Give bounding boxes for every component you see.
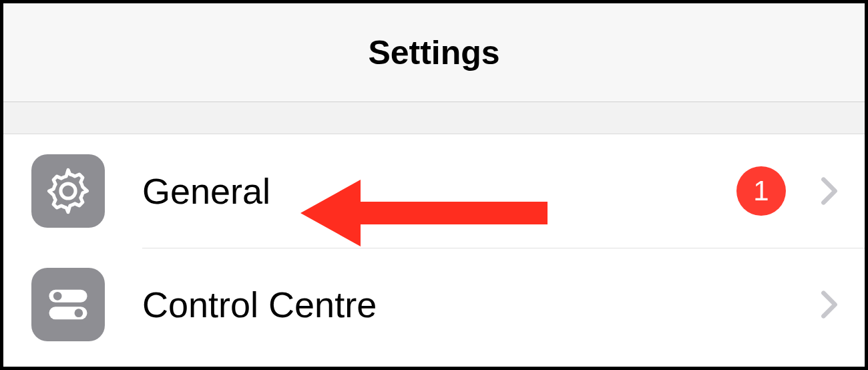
row-label: General xyxy=(142,170,736,212)
settings-row-control-centre[interactable]: Control Centre xyxy=(3,248,865,361)
chevron-right-icon xyxy=(821,176,838,206)
settings-list: General 1 Control Centre xyxy=(3,134,865,361)
section-gap xyxy=(3,102,865,134)
svg-point-3 xyxy=(75,309,83,317)
notification-badge: 1 xyxy=(736,166,786,216)
page-title: Settings xyxy=(368,33,499,72)
gear-icon xyxy=(31,154,105,228)
svg-point-1 xyxy=(53,292,62,301)
chevron-right-icon xyxy=(821,290,838,319)
switches-icon xyxy=(31,268,105,341)
header: Settings xyxy=(3,3,865,102)
settings-row-general[interactable]: General 1 xyxy=(3,134,865,248)
row-label: Control Centre xyxy=(142,284,821,325)
